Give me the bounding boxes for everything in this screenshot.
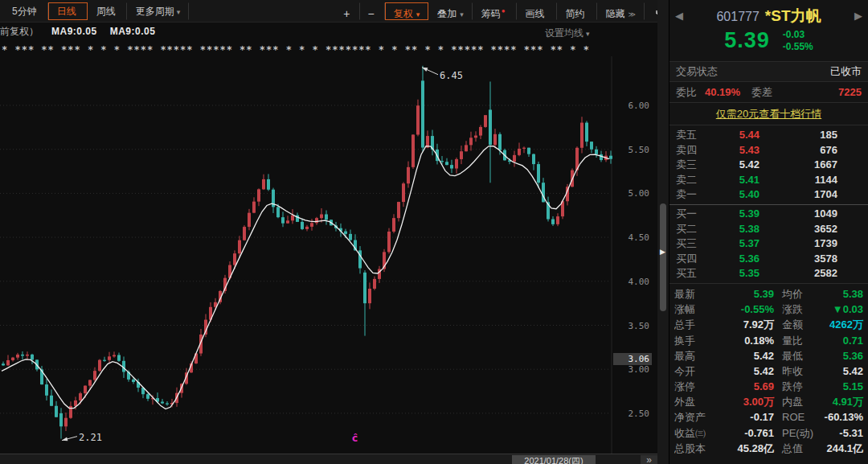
kline-chart[interactable]: 6.452.21ĉ [0,0,669,464]
collapse-panel-icon[interactable]: ▶ [660,248,665,256]
ask-level-label: 卖一 [676,187,706,203]
promo-row: 仅需20元查看十档行情 [669,103,868,125]
trade-status-label: 交易状态 [676,64,718,79]
fast-forward-icon[interactable]: » [641,455,657,464]
ask-volume: 676 [760,143,837,158]
order-book: 卖五 5.44 185 卖四 5.43 676 卖三 5.42 1667 [669,125,868,284]
chart-action-button[interactable]: 筹码● [473,2,517,20]
bid-level-label: 买一 [676,207,706,222]
period-button[interactable]: 更多周期▾ [127,2,190,20]
ask-volume: 1667 [760,158,837,173]
action-button-label: 叠加 [437,8,457,19]
ask-price: 5.41 [706,173,760,188]
next-stock-icon[interactable]: ▶ [854,10,862,22]
bid-level-label: 买五 [676,266,706,281]
stat-value: 5.36 [824,348,863,363]
stock-app-window: 6.452.21ĉ 5分钟 日线 周线 [0,0,868,464]
price-change: -0.03 [783,29,813,41]
ask-level-label: 卖三 [676,158,706,173]
ask-volume: 185 [760,128,837,143]
bid-levels: 买一 5.39 1049 买二 5.38 3652 买三 5.37 1739 [669,205,868,281]
stat-label: 涨跌 [782,302,824,317]
action-button-label: 简约 [566,8,585,19]
chart-action-button[interactable]: − [360,2,384,20]
chart-action-button[interactable]: 画线 [517,2,557,20]
bid-price: 5.38 [706,222,760,237]
stats-row: 总手 7.92万 金额 4262万 [669,317,868,332]
ask-row[interactable]: 卖四 5.43 676 [669,143,868,158]
chart-action-button[interactable]: 简约 [557,2,597,20]
period-button-group: 5分钟 日线 周线 更多周期▾ [3,2,189,20]
notification-dot-icon: ● [502,7,506,14]
ask-level-label: 卖二 [676,173,706,188]
period-button[interactable]: 5分钟 [3,2,48,20]
action-button-label: 复权 [394,8,413,19]
ask-row[interactable]: 卖一 5.40 1704 [669,187,868,203]
ask-levels: 卖五 5.44 185 卖四 5.43 676 卖三 5.42 1667 [669,128,868,205]
bid-row[interactable]: 买二 5.38 3652 [669,222,868,237]
ask-row[interactable]: 卖二 5.41 1144 [669,173,868,188]
weicha-value: 7225 [838,86,862,98]
y-axis-label: 6.00 [614,101,649,111]
ask-price: 5.40 [706,187,760,203]
ask-row[interactable]: 卖五 5.44 185 [669,128,868,143]
period-button[interactable]: 周线 [88,2,127,20]
bid-row[interactable]: 买一 5.39 1049 [669,207,868,222]
chevron-down-icon: ≫ [628,10,636,18]
panel-splitter[interactable]: ▶ [657,0,669,464]
adjust-mode-label: 前复权） [0,25,39,39]
trade-status-value: 已收市 [830,64,862,79]
bid-volume: 1739 [760,236,837,252]
stat-label: 内盘 [782,394,824,409]
ask-row[interactable]: 卖三 5.42 1667 [669,158,868,173]
chart-action-button[interactable]: + [336,2,360,20]
bid-volume: 1049 [760,207,837,222]
y-axis-label: 3.00 [614,364,649,375]
stat-value: 0.18% [719,333,774,348]
bid-level-label: 买三 [676,236,706,252]
trade-status-row: 交易状态 已收市 [669,62,868,82]
ma-settings-button[interactable]: 设置均线▾ [545,27,590,40]
action-button-label: 画线 [526,8,545,19]
chevron-down-icon: ▾ [416,10,420,18]
stats-row: 净资产 -0.17 ROE -60.13% [669,409,868,425]
action-button-label: + [343,6,350,19]
bid-row[interactable]: 买五 5.35 2582 [669,266,868,281]
stats-row: 今开 5.42 昨收 5.42 [669,363,868,379]
stat-value: 5.42 [824,363,863,379]
stats-row: 涨幅 -0.55% 涨跌 ▼0.03 [669,302,868,317]
bid-volume: 3578 [760,252,837,267]
level2-promo-link[interactable]: 仅需20元查看十档行情 [716,108,821,120]
weibi-label: 委比 [676,85,697,100]
stats-row: 最高 5.42 最低 5.36 [669,348,868,363]
bid-row[interactable]: 买三 5.37 1739 [669,236,868,252]
stock-code: 601777 [716,10,759,24]
ma1-value: MA9:0.05 [51,26,97,37]
period-button-label: 更多周期 [136,6,174,17]
stat-label: 总手 [674,317,719,332]
bid-price: 5.36 [706,252,760,267]
ask-price: 5.44 [706,128,760,143]
ask-level-label: 卖五 [676,128,706,143]
stat-value: -0.761 [719,425,774,441]
stat-label: 涨幅 [674,302,719,317]
stat-value: 5.38 [824,286,863,302]
period-button[interactable]: 日线 [48,2,88,20]
prev-stock-icon[interactable]: ◀ [675,10,683,22]
ask-price: 5.42 [706,158,760,173]
splitter-thumb[interactable] [660,203,666,311]
quote-header: ◀ ▶ 601777 *ST力帆 5.39 -0.03 -0.55% [669,0,868,62]
bid-row[interactable]: 买四 5.36 3578 [669,252,868,267]
chart-action-button[interactable]: 复权▾ [385,2,429,20]
stat-value: 7.92万 [719,317,774,332]
chart-action-button[interactable]: 隐藏≫ [597,2,645,20]
stat-value: 0.71 [824,333,863,348]
bid-level-label: 买四 [676,252,706,267]
stat-value: -60.13% [824,409,863,425]
y-axis-label: 4.00 [614,277,649,287]
stat-label: 最新 [674,286,719,302]
x-axis-strip: 2021/01/28(四) » [0,454,657,464]
chart-action-button[interactable]: 叠加▾ [428,2,473,20]
stat-value: 4262万 [824,317,863,332]
weibi-value: 40.19% [705,86,740,98]
